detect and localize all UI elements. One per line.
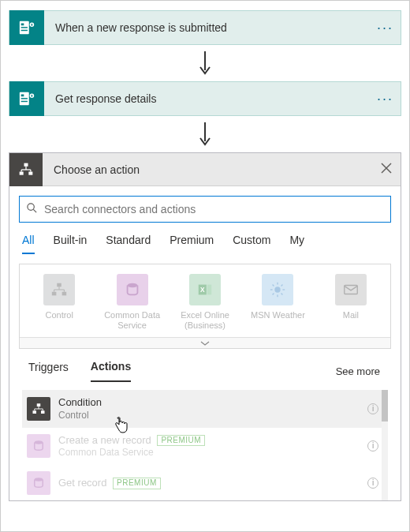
connector-label: Common Data Service — [103, 310, 160, 331]
connector-cds[interactable]: Common Data Service — [103, 274, 160, 331]
connectors-panel: Control Common Data Service X Excel Onli… — [19, 264, 391, 349]
database-icon — [27, 471, 50, 495]
search-icon — [26, 202, 38, 216]
tab-custom[interactable]: Custom — [233, 234, 270, 254]
svg-rect-1 — [21, 24, 24, 26]
forms-icon — [9, 81, 44, 116]
scrollbar-thumb[interactable] — [382, 390, 388, 421]
svg-line-42 — [281, 294, 283, 295]
search-box[interactable] — [19, 196, 391, 223]
flow-step-trigger[interactable]: When a new response is submitted ··· — [9, 10, 401, 45]
svg-rect-47 — [33, 410, 37, 414]
svg-line-43 — [281, 285, 283, 287]
info-icon[interactable]: i — [367, 478, 378, 489]
svg-rect-35 — [207, 285, 212, 295]
scrollbar[interactable] — [382, 390, 388, 500]
svg-rect-9 — [21, 98, 28, 99]
connector-label: MSN Weather — [249, 310, 306, 320]
choose-header: Choose an action — [9, 153, 401, 186]
svg-text:X: X — [200, 287, 205, 294]
category-tabs: All Built-in Standard Premium Custom My — [19, 234, 391, 254]
action-subtitle: Control — [58, 410, 360, 421]
connector-label: Mail — [322, 310, 379, 320]
control-icon — [9, 153, 43, 186]
premium-badge: PREMIUM — [157, 435, 205, 447]
tab-triggers[interactable]: Triggers — [28, 361, 69, 381]
svg-rect-48 — [41, 410, 45, 414]
svg-rect-3 — [21, 30, 28, 31]
svg-rect-26 — [52, 292, 57, 296]
database-icon — [27, 434, 50, 458]
svg-point-55 — [35, 478, 43, 481]
action-item-get-record[interactable]: Get record PREMIUM i — [22, 465, 388, 501]
tab-actions[interactable]: Actions — [91, 360, 131, 382]
connector-excel[interactable]: X Excel Online (Business) — [177, 274, 233, 331]
svg-rect-27 — [62, 292, 67, 296]
info-icon[interactable]: i — [367, 440, 378, 451]
action-item-condition[interactable]: Condition Control i — [22, 390, 388, 427]
svg-point-32 — [127, 283, 137, 288]
choose-action-panel: Choose an action All Built-in Standard P… — [9, 152, 401, 501]
control-icon — [27, 397, 50, 421]
svg-rect-10 — [21, 101, 28, 102]
svg-rect-12 — [32, 95, 32, 97]
svg-rect-5 — [32, 24, 32, 26]
svg-point-23 — [28, 204, 34, 210]
connector-label: Excel Online (Business) — [177, 310, 233, 331]
flow-step-action[interactable]: Get response details ··· — [9, 81, 401, 116]
action-title: Create a new record PREMIUM — [58, 434, 360, 447]
svg-rect-8 — [21, 95, 24, 97]
svg-line-41 — [273, 285, 274, 287]
info-icon[interactable]: i — [367, 403, 378, 414]
svg-rect-25 — [57, 283, 62, 287]
premium-badge: PREMIUM — [113, 478, 161, 489]
step-title: Get response details — [44, 92, 377, 105]
tab-all[interactable]: All — [22, 234, 35, 254]
step-title: When a new response is submitted — [44, 21, 377, 34]
action-title: Condition — [58, 396, 360, 409]
svg-rect-14 — [24, 163, 28, 166]
action-title: Get record PREMIUM — [58, 477, 360, 489]
svg-rect-2 — [21, 27, 28, 28]
close-button[interactable] — [372, 163, 401, 177]
svg-line-44 — [273, 294, 274, 295]
tab-built-in[interactable]: Built-in — [54, 234, 88, 254]
tab-standard[interactable]: Standard — [106, 234, 151, 254]
svg-line-24 — [33, 209, 36, 212]
tab-premium[interactable]: Premium — [170, 234, 214, 254]
expand-connectors[interactable] — [20, 337, 390, 348]
svg-rect-15 — [20, 171, 24, 174]
tab-my[interactable]: My — [289, 234, 304, 254]
search-input[interactable] — [43, 202, 384, 216]
connector-arrow — [9, 121, 401, 148]
action-type-tabs: Triggers Actions See more — [22, 360, 388, 382]
connector-control[interactable]: Control — [31, 274, 88, 320]
choose-title: Choose an action — [43, 163, 372, 176]
svg-rect-16 — [28, 171, 32, 174]
see-more-link[interactable]: See more — [336, 365, 380, 377]
action-subtitle: Common Data Service — [58, 447, 360, 459]
action-list: Condition Control i Create a new record … — [22, 390, 388, 500]
connector-arrow — [9, 50, 401, 77]
forms-icon — [9, 10, 44, 45]
connector-label: Control — [31, 310, 88, 320]
svg-rect-45 — [345, 286, 358, 294]
action-item-create-record[interactable]: Create a new record PREMIUM Common Data … — [22, 428, 388, 465]
svg-point-36 — [275, 287, 281, 292]
more-button[interactable]: ··· — [377, 91, 401, 107]
more-button[interactable]: ··· — [377, 20, 401, 36]
connector-mail[interactable]: Mail — [322, 274, 379, 320]
connector-msn-weather[interactable]: MSN Weather — [249, 274, 306, 320]
svg-point-54 — [35, 441, 43, 445]
svg-rect-46 — [37, 403, 41, 406]
